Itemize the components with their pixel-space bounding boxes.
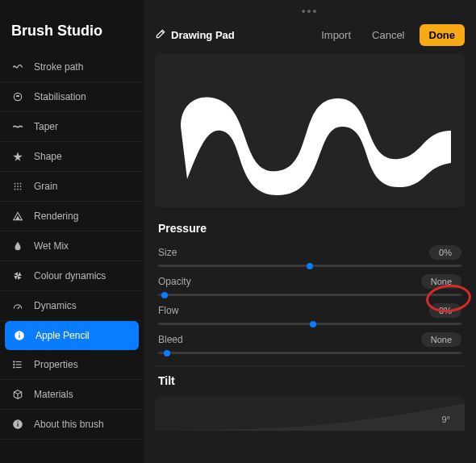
svg-point-8 <box>17 189 19 190</box>
sidebar-item-label: Taper <box>34 121 58 132</box>
stroke-path-icon <box>11 60 24 73</box>
sidebar-item-label: Dynamics <box>34 300 77 311</box>
slider-bleed: Bleed None <box>144 325 476 354</box>
sidebar-item-colour-dynamics[interactable]: Colour dynamics <box>0 261 144 291</box>
svg-point-4 <box>15 186 16 187</box>
sidebar-item-about[interactable]: About this brush <box>0 410 144 440</box>
sidebar-item-stabilisation[interactable]: Stabilisation <box>0 82 144 112</box>
sidebar-item-taper[interactable]: Taper <box>0 112 144 142</box>
rendering-icon <box>11 210 24 223</box>
tilt-graph[interactable]: 9° <box>155 397 465 431</box>
slider-label: Size <box>158 247 177 258</box>
sidebar-item-grain[interactable]: Grain <box>0 172 144 202</box>
slider-track[interactable] <box>158 323 461 325</box>
done-button[interactable]: Done <box>420 24 466 46</box>
sidebar-item-apple-pencil[interactable]: Apple Pencil <box>5 321 139 350</box>
slider-thumb[interactable] <box>161 292 168 298</box>
sidebar-item-shape[interactable]: Shape <box>0 142 144 172</box>
pinwheel-icon <box>11 269 24 282</box>
shape-icon <box>11 150 24 163</box>
slider-thumb[interactable] <box>307 263 313 269</box>
sidebar-item-label: Apple Pencil <box>35 330 90 341</box>
sidebar-item-label: About this brush <box>34 419 104 430</box>
sidebar-item-label: Shape <box>34 151 62 162</box>
topbar: Drawing Pad Import Cancel Done <box>144 18 476 54</box>
import-button[interactable]: Import <box>315 26 357 44</box>
svg-rect-12 <box>19 333 19 334</box>
slider-label: Bleed <box>158 334 183 345</box>
slider-value-pill[interactable]: None <box>421 332 461 347</box>
svg-point-2 <box>17 183 19 185</box>
sidebar-item-label: Properties <box>34 359 78 370</box>
slider-track[interactable] <box>158 352 461 354</box>
drawing-pad-canvas[interactable] <box>155 54 465 207</box>
sidebar-item-dynamics[interactable]: Dynamics <box>0 291 144 321</box>
main-panel: ••• Drawing Pad Import Cancel Done Press… <box>144 0 476 463</box>
info-filled-icon <box>13 329 26 342</box>
slider-label: Opacity <box>158 276 191 287</box>
tilt-curve <box>155 397 465 431</box>
slider-value-pill[interactable]: 0% <box>429 303 461 318</box>
sidebar-item-label: Wet Mix <box>34 240 69 252</box>
sidebar-item-label: Rendering <box>34 211 78 222</box>
cancel-button[interactable]: Cancel <box>365 26 411 44</box>
svg-point-18 <box>14 367 15 368</box>
svg-point-6 <box>20 186 22 187</box>
svg-point-17 <box>14 364 15 365</box>
app-title: Brush Studio <box>0 0 144 52</box>
slider-track[interactable] <box>158 294 461 296</box>
drawing-pad-button[interactable]: Drawing Pad <box>155 28 307 42</box>
sidebar-item-label: Stroke path <box>34 61 83 73</box>
svg-point-16 <box>14 361 15 362</box>
svg-point-7 <box>15 189 16 190</box>
sidebar-item-label: Materials <box>34 389 73 400</box>
cube-icon <box>11 388 24 401</box>
sidebar-item-label: Grain <box>34 181 57 192</box>
slider-flow: Flow 0% <box>144 296 476 325</box>
brush-stroke-preview <box>155 54 465 207</box>
sidebar: Brush Studio Stroke path Stabilisation T… <box>0 0 144 463</box>
droplet-icon <box>11 240 24 252</box>
sidebar-item-label: Stabilisation <box>34 91 86 102</box>
grain-icon <box>11 180 24 193</box>
tilt-value: 9° <box>441 415 450 424</box>
list-icon <box>11 358 24 371</box>
sidebar-item-wetmix[interactable]: Wet Mix <box>0 232 144 261</box>
drawing-pad-label: Drawing Pad <box>171 29 235 41</box>
slider-thumb[interactable] <box>310 321 316 327</box>
sidebar-item-properties[interactable]: Properties <box>0 350 144 380</box>
slider-value-pill[interactable]: 0% <box>429 245 461 260</box>
sidebar-item-label: Colour dynamics <box>34 270 106 282</box>
taper-icon <box>11 120 24 133</box>
slider-size: Size 0% <box>144 238 476 267</box>
pressure-section-title: Pressure <box>144 207 476 238</box>
sidebar-item-rendering[interactable]: Rendering <box>0 202 144 232</box>
drag-handle-icon[interactable]: ••• <box>144 0 476 18</box>
edit-icon <box>155 28 166 42</box>
speed-icon <box>11 299 24 312</box>
svg-rect-21 <box>17 422 18 423</box>
tilt-section-title: Tilt <box>144 366 476 390</box>
svg-point-1 <box>15 183 16 185</box>
sidebar-item-stroke-path[interactable]: Stroke path <box>0 52 144 82</box>
slider-label: Flow <box>158 305 178 316</box>
stabilisation-icon <box>11 90 24 103</box>
slider-opacity: Opacity None <box>144 267 476 296</box>
info-icon <box>11 418 24 431</box>
svg-point-9 <box>20 189 22 190</box>
svg-rect-11 <box>19 335 19 338</box>
sidebar-item-materials[interactable]: Materials <box>0 380 144 410</box>
svg-rect-20 <box>17 423 18 427</box>
svg-point-5 <box>17 186 19 187</box>
slider-value-pill[interactable]: None <box>421 274 461 289</box>
slider-track[interactable] <box>158 265 461 267</box>
slider-thumb[interactable] <box>164 350 170 357</box>
svg-point-3 <box>20 183 22 185</box>
